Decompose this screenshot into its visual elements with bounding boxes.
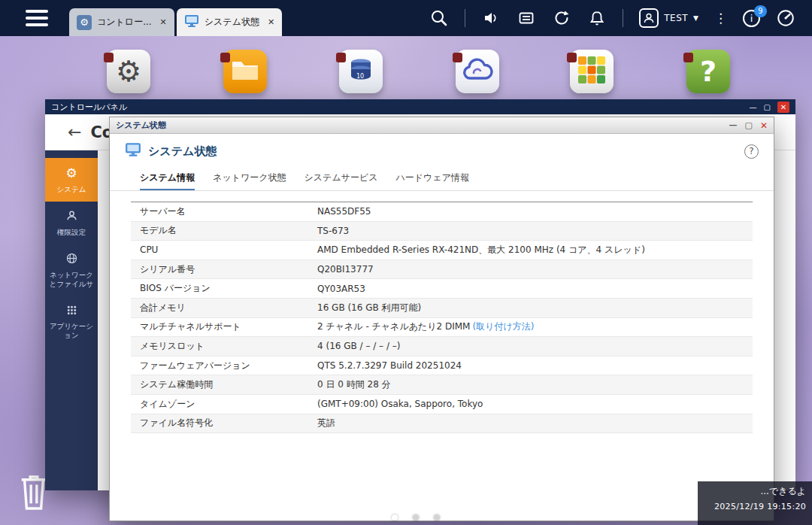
table-row: システム稼働時間0 日 0 時間 28 分 — [131, 375, 753, 395]
icon-badge — [336, 53, 346, 62]
row-label: サーバー名 — [131, 205, 317, 218]
mosaic-grid-icon — [577, 56, 606, 87]
row-value: QTS 5.2.7.3297 Build 20251024 — [317, 360, 462, 371]
svg-text:10: 10 — [356, 73, 364, 80]
tab-control-panel[interactable]: ⚙ コントロー... ✕ — [69, 8, 174, 36]
close-icon[interactable]: ✕ — [760, 120, 768, 131]
row-value: AMD Embedded R-Series RX-421ND、最大 2100 M… — [317, 244, 645, 256]
icon-badge — [453, 53, 462, 62]
monitor-icon — [125, 142, 141, 160]
sidebar-item-system[interactable]: ⚙ システム — [45, 158, 98, 202]
system-status-header: システム状態 ? — [110, 134, 774, 168]
cloud-icon — [462, 58, 493, 85]
row-label: ファームウェアバージョン — [131, 360, 317, 372]
minimize-icon[interactable]: — — [750, 103, 757, 111]
resource-monitor-gauge-icon[interactable] — [776, 8, 795, 28]
desktop-icon-myqnapcloud[interactable] — [456, 50, 499, 93]
top-bar-actions: TEST ▼ ⋮ i 9 — [429, 0, 795, 36]
maximize-icon[interactable]: ▢ — [764, 103, 771, 111]
page-dot-1[interactable] — [392, 514, 398, 520]
sidebar-item-label: アプリケーション — [47, 322, 95, 340]
close-icon[interactable]: ✕ — [268, 17, 274, 27]
row-value: 4 (16 GB / – / – / –) — [317, 341, 400, 351]
icon-badge — [567, 53, 577, 62]
desktop-icon-storage-snapshots[interactable]: 10 — [339, 50, 383, 93]
folder-icon — [230, 57, 260, 86]
notifications-info-icon[interactable]: i 9 — [743, 10, 760, 27]
table-row: サーバー名NAS55DF55 — [131, 202, 753, 222]
search-icon[interactable] — [429, 8, 449, 28]
icon-badge — [683, 53, 693, 62]
table-row: ファームウェアバージョンQTS 5.2.7.3297 Build 2025102… — [131, 357, 753, 376]
row-label: マルチチャネルサポート — [131, 320, 317, 333]
help-icon[interactable]: ? — [744, 144, 759, 159]
user-menu[interactable]: TEST ▼ — [639, 8, 698, 28]
row-label: シリアル番号 — [131, 263, 317, 276]
globe-icon — [65, 252, 78, 267]
sidebar-item-privilege[interactable]: 権限設定 — [45, 202, 98, 244]
window-title: システム状態 — [116, 120, 166, 131]
open-app-tabs: ⚙ コントロー... ✕ システム状態 ✕ — [69, 8, 282, 36]
desktop-page-dots — [392, 514, 440, 520]
row-value: 英語 — [317, 417, 335, 429]
system-status-tabs: システム情報 ネットワーク状態 システムサービス ハードウェア情報 — [110, 168, 774, 191]
chevron-down-icon: ▼ — [693, 14, 698, 22]
gear-icon: ⚙ — [116, 55, 141, 88]
row-value: Q20BI13777 — [317, 264, 374, 275]
window-title-bar[interactable]: システム状態 — ▢ ✕ — [110, 117, 774, 134]
table-row: シリアル番号Q20BI13777 — [131, 260, 753, 280]
tab-label: システム状態 — [205, 16, 259, 29]
window-title: コントロールパネル — [51, 102, 127, 113]
row-value: (GMT+09:00) Osaka, Sapporo, Tokyo — [317, 399, 483, 409]
tab-hardware-info[interactable]: ハードウェア情報 — [396, 171, 469, 190]
close-icon[interactable]: ✕ — [160, 17, 167, 27]
minimize-icon[interactable]: — — [729, 120, 738, 130]
person-icon — [65, 209, 78, 224]
sidebar-item-label: ネットワークとファイルサ — [47, 271, 95, 289]
row-value: 0 日 0 時間 28 分 — [317, 378, 391, 391]
installation-guide-link[interactable]: (取り付け方法) — [472, 320, 534, 333]
divider — [465, 9, 465, 27]
top-bar: ⚙ コントロー... ✕ システム状態 ✕ — [0, 0, 812, 36]
sidebar-item-applications[interactable]: アプリケーション — [45, 296, 98, 348]
page-dot-3[interactable] — [434, 514, 440, 520]
maximize-icon[interactable]: ▢ — [745, 120, 753, 130]
grid-dots-icon — [65, 304, 78, 319]
desktop-icon-help-center[interactable]: ? — [686, 50, 730, 93]
table-row: マルチチャネルサポート2 チャネル - チャネルあたり2 DIMM(取り付け方法… — [131, 318, 753, 338]
tab-system-info[interactable]: システム情報 — [140, 171, 195, 190]
question-mark-icon: ? — [700, 55, 717, 88]
desktop-icon-control-panel[interactable]: ⚙ — [107, 50, 150, 93]
system-info-table: サーバー名NAS55DF55 モデル名TS-673 CPUAMD Embedde… — [131, 202, 753, 433]
overflow-menu-icon[interactable]: ⋮ — [714, 11, 727, 26]
notifications-bell-icon[interactable] — [587, 8, 607, 28]
page-title: システム状態 — [148, 144, 217, 159]
table-row: メモリスロット4 (16 GB / – / – / –) — [131, 337, 753, 357]
row-value: NAS55DF55 — [317, 206, 371, 217]
tab-system-service[interactable]: システムサービス — [304, 171, 378, 190]
close-icon[interactable]: ✕ — [777, 102, 789, 113]
sidebar-item-label: 権限設定 — [57, 228, 86, 237]
tab-system-status[interactable]: システム状態 ✕ — [177, 8, 282, 36]
table-row: ファイル名符号化英語 — [131, 414, 753, 434]
sidebar-item-network-file-services[interactable]: ネットワークとファイルサ — [45, 244, 98, 296]
row-value: 16 GB (16 GB 利用可能) — [317, 302, 421, 314]
row-label: BIOS バージョン — [131, 282, 317, 295]
external-device-icon[interactable] — [517, 8, 536, 28]
monitor-icon — [184, 14, 199, 30]
window-title-bar[interactable]: コントロールパネル — ▢ ✕ — [45, 99, 795, 114]
main-menu-icon[interactable] — [26, 10, 48, 30]
desktop-icon-app-center[interactable] — [570, 50, 614, 93]
row-value: 2 チャネル - チャネルあたり2 DIMM — [317, 320, 470, 333]
page-dot-2[interactable] — [413, 514, 419, 520]
background-tasks-icon[interactable] — [552, 8, 571, 28]
tab-network-status[interactable]: ネットワーク状態 — [213, 171, 286, 190]
system-datetime: 2025/12/19 19:15:20 — [704, 502, 806, 511]
row-label: ファイル名符号化 — [131, 417, 317, 429]
divider — [623, 9, 623, 27]
volume-icon[interactable] — [481, 8, 501, 28]
desktop-icon-file-station[interactable] — [223, 50, 267, 93]
system-status-window: システム状態 — ▢ ✕ システム状態 ? システム情報 ネットワーク状態 シス… — [109, 117, 774, 521]
icon-badge — [220, 53, 230, 62]
back-arrow-icon[interactable]: ← — [68, 123, 81, 141]
